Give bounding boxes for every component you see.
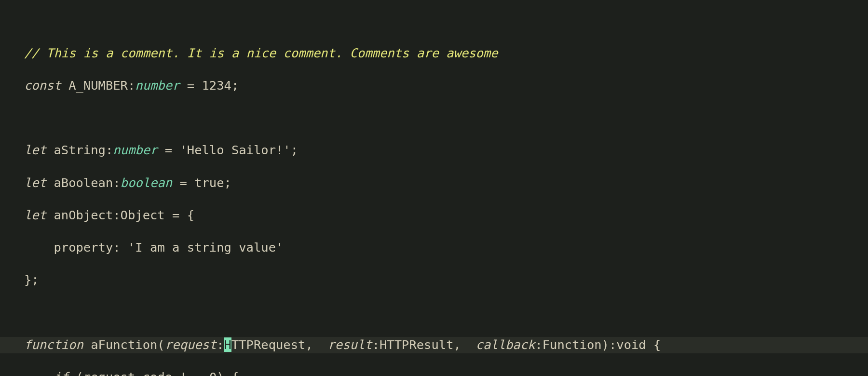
comment-token: // This is a comment. It is a nice comme…: [24, 46, 498, 60]
code-line: let anObject:Object = {: [24, 207, 868, 224]
blank-line: [24, 110, 868, 126]
code-line: let aBoolean:boolean = true;: [24, 175, 868, 191]
operator-token: !==: [172, 370, 209, 376]
number-token: 1234: [202, 78, 231, 93]
code-line: const A_NUMBER:number = 1234;: [24, 78, 868, 94]
code-line-active: function aFunction(request:HTTPRequest, …: [0, 337, 868, 353]
brace-token: {: [646, 337, 661, 352]
type-token: number: [135, 78, 179, 93]
keyword-token: const: [24, 78, 61, 93]
code-line: let aString:number = 'Hello Sailor!';: [24, 142, 868, 159]
parameter-token: request: [165, 337, 217, 352]
type-token: Object: [121, 208, 165, 222]
code-line: };: [24, 272, 868, 288]
identifier-token: aBoolean: [54, 175, 113, 190]
identifier-token: anObject: [54, 208, 113, 222]
code-editor[interactable]: // This is a comment. It is a nice comme…: [0, 0, 868, 376]
keyword-token: let: [24, 175, 46, 190]
parameter-token: callback: [476, 337, 535, 352]
type-token: TTPRequest: [231, 337, 306, 352]
code-line: property: 'I am a string value': [24, 240, 868, 256]
type-token: number: [113, 143, 157, 157]
boolean-token: true: [194, 175, 224, 190]
type-token: boolean: [121, 175, 172, 190]
code-line: if (request.code !== 0) {: [24, 369, 868, 376]
type-token: HTTPResult: [380, 337, 454, 352]
brace-token: };: [24, 272, 39, 287]
number-token: 0: [209, 370, 217, 376]
keyword-token: if: [54, 370, 68, 376]
return-type-token: void: [616, 337, 646, 352]
string-token: 'Hello Sailor!': [179, 143, 290, 157]
text-cursor: H: [224, 337, 231, 352]
brace-token: {: [187, 208, 194, 222]
identifier-token: aString: [54, 143, 105, 157]
code-line: // This is a comment. It is a nice comme…: [24, 45, 868, 62]
keyword-token: function: [24, 337, 83, 352]
identifier-token: A_NUMBER: [68, 78, 128, 93]
string-token: 'I am a string value': [128, 240, 283, 255]
blank-line: [24, 305, 868, 321]
property-token: code: [143, 370, 172, 376]
function-name-token: aFunction: [91, 337, 157, 352]
keyword-token: let: [24, 208, 46, 222]
parameter-token: result: [328, 337, 372, 352]
type-token: Function: [542, 337, 602, 352]
property-token: property: [54, 240, 113, 255]
keyword-token: let: [24, 143, 46, 157]
identifier-token: request: [83, 370, 135, 376]
